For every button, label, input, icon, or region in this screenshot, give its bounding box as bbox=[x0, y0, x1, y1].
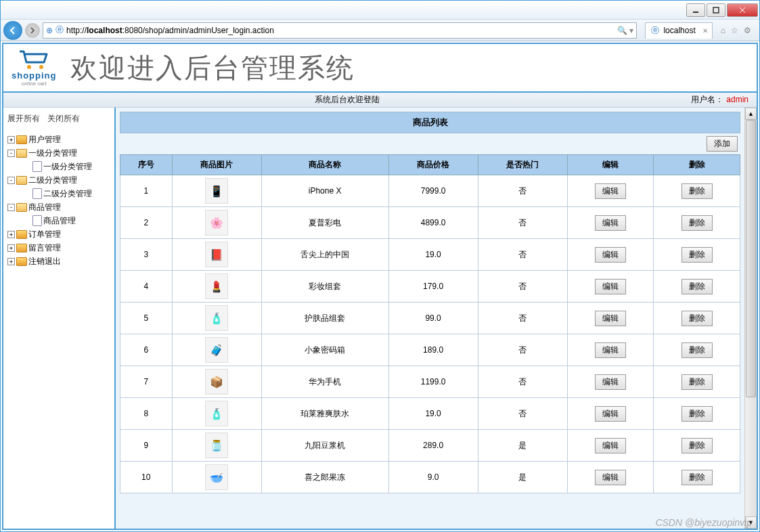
delete-button[interactable]: 删除 bbox=[681, 183, 713, 199]
tree-toggle[interactable]: + bbox=[7, 244, 15, 252]
cell-price: 19.0 bbox=[388, 239, 478, 271]
scroll-thumb[interactable] bbox=[746, 120, 756, 397]
cell-price: 4899.0 bbox=[388, 207, 478, 239]
cell-delete: 删除 bbox=[654, 334, 740, 366]
edit-button[interactable]: 编辑 bbox=[595, 470, 626, 485]
tree-toggle[interactable]: - bbox=[7, 150, 15, 157]
cell-delete: 删除 bbox=[654, 398, 740, 430]
favorites-icon[interactable]: ☆ bbox=[731, 26, 738, 35]
folder-closed-icon bbox=[16, 244, 27, 252]
cell-delete: 删除 bbox=[654, 366, 740, 398]
tree-toggle[interactable]: - bbox=[7, 204, 15, 211]
window-close-button[interactable] bbox=[727, 3, 758, 17]
delete-button[interactable]: 删除 bbox=[681, 215, 713, 231]
delete-button[interactable]: 删除 bbox=[681, 374, 713, 390]
edit-button[interactable]: 编辑 bbox=[595, 374, 626, 390]
nav-forward-button[interactable] bbox=[25, 23, 40, 38]
add-row: 添加 bbox=[120, 133, 740, 154]
tree-label: 订单管理 bbox=[28, 229, 61, 240]
tab-close-button[interactable]: ✕ bbox=[702, 27, 708, 35]
tree-label: 用户管理 bbox=[28, 134, 61, 146]
cell-delete: 删除 bbox=[654, 303, 740, 334]
page-icon bbox=[32, 161, 42, 172]
delete-button[interactable]: 删除 bbox=[681, 342, 713, 358]
product-thumb: 🧳 bbox=[205, 337, 228, 363]
browser-tab[interactable]: ⓔ localhost ✕ bbox=[645, 22, 712, 39]
edit-button[interactable]: 编辑 bbox=[595, 215, 626, 231]
tree-toggle[interactable]: + bbox=[7, 231, 15, 238]
folder-closed-icon bbox=[16, 135, 27, 144]
table-row: 9🫙九阳豆浆机289.0是编辑删除 bbox=[120, 430, 740, 462]
cell-no: 8 bbox=[120, 398, 173, 430]
delete-button[interactable]: 删除 bbox=[681, 470, 713, 485]
cell-price: 289.0 bbox=[388, 430, 478, 462]
window-minimize-button[interactable] bbox=[686, 3, 705, 17]
tree-node[interactable]: -一级分类管理 bbox=[6, 146, 112, 160]
tree-node[interactable]: +留言管理 bbox=[6, 241, 112, 254]
edit-button[interactable]: 编辑 bbox=[595, 183, 626, 199]
tree-node[interactable]: -商品管理 bbox=[6, 200, 112, 214]
address-bar[interactable]: ⊕ ⓔ http://localhost:8080/shop/admin/adm… bbox=[43, 22, 637, 39]
tree-toggle[interactable]: + bbox=[7, 136, 15, 143]
cell-hot: 否 bbox=[478, 398, 567, 430]
scroll-track[interactable] bbox=[745, 120, 757, 516]
cell-delete: 删除 bbox=[654, 239, 740, 271]
tree-label: 一级分类管理 bbox=[28, 148, 77, 159]
scroll-down-button[interactable]: ▼ bbox=[745, 516, 757, 529]
cell-hot: 是 bbox=[478, 430, 567, 462]
table-wrap: 商品列表 添加 序号商品图片商品名称商品价格是否热门编辑删除 1📱iPhone … bbox=[116, 108, 744, 529]
column-header: 商品图片 bbox=[172, 155, 261, 175]
cell-name: iPhone X bbox=[261, 175, 388, 207]
page-icon bbox=[32, 188, 42, 199]
edit-button[interactable]: 编辑 bbox=[595, 342, 626, 358]
tree-node[interactable]: +用户管理 bbox=[6, 133, 112, 146]
tree-node[interactable]: 商品管理 bbox=[6, 214, 112, 227]
edit-button[interactable]: 编辑 bbox=[595, 406, 626, 422]
delete-button[interactable]: 删除 bbox=[681, 311, 713, 326]
tab-title: localhost bbox=[663, 26, 695, 35]
product-thumb: 📕 bbox=[205, 242, 228, 267]
add-button[interactable]: 添加 bbox=[707, 136, 738, 152]
search-area[interactable]: 🔍 ▾ bbox=[617, 26, 633, 35]
vertical-scrollbar[interactable]: ▲ ▼ bbox=[744, 108, 757, 529]
window-maximize-button[interactable] bbox=[707, 3, 725, 17]
tree-toggle[interactable]: + bbox=[7, 258, 15, 265]
cell-name: 华为手机 bbox=[261, 366, 388, 398]
column-header: 删除 bbox=[654, 155, 740, 175]
cell-name: 舌尖上的中国 bbox=[261, 239, 388, 271]
url-text: http://localhost:8080/shop/admin/adminUs… bbox=[66, 26, 614, 35]
delete-button[interactable]: 删除 bbox=[681, 279, 713, 294]
delete-button[interactable]: 删除 bbox=[681, 438, 713, 453]
tree-node[interactable]: +订单管理 bbox=[6, 227, 112, 241]
cell-hot: 否 bbox=[478, 207, 567, 239]
expand-all-link[interactable]: 展开所有 bbox=[7, 114, 40, 123]
logo-text-1: shopping bbox=[12, 70, 57, 81]
product-thumb: 🧴 bbox=[205, 305, 228, 331]
tree-node[interactable]: 一级分类管理 bbox=[6, 160, 112, 173]
tree-node[interactable]: 二级分类管理 bbox=[6, 187, 112, 200]
cell-edit: 编辑 bbox=[567, 303, 654, 334]
cell-image: 🧳 bbox=[172, 334, 261, 366]
tree-toggle[interactable]: - bbox=[7, 177, 15, 184]
delete-button[interactable]: 删除 bbox=[681, 247, 713, 263]
collapse-all-link[interactable]: 关闭所有 bbox=[47, 114, 80, 123]
edit-button[interactable]: 编辑 bbox=[595, 438, 626, 453]
tools-icon[interactable]: ⚙ bbox=[744, 26, 751, 35]
cell-delete: 删除 bbox=[654, 430, 740, 462]
table-row: 5🧴护肤品组套99.0否编辑删除 bbox=[120, 303, 740, 334]
edit-button[interactable]: 编辑 bbox=[595, 279, 626, 294]
edit-button[interactable]: 编辑 bbox=[595, 311, 626, 326]
cell-delete: 删除 bbox=[654, 175, 740, 207]
table-row: 4💄彩妆组套179.0否编辑删除 bbox=[120, 271, 740, 303]
scroll-up-button[interactable]: ▲ bbox=[745, 108, 757, 120]
tree-node[interactable]: -二级分类管理 bbox=[6, 173, 112, 187]
edit-button[interactable]: 编辑 bbox=[595, 247, 626, 263]
status-user: 用户名：admin bbox=[691, 94, 757, 106]
home-icon[interactable]: ⌂ bbox=[721, 26, 725, 35]
nav-back-button[interactable] bbox=[3, 21, 22, 40]
tree-node[interactable]: +注销退出 bbox=[6, 254, 112, 268]
cell-price: 1199.0 bbox=[388, 366, 478, 398]
folder-closed-icon bbox=[16, 230, 27, 239]
product-thumb: 💄 bbox=[205, 273, 228, 299]
delete-button[interactable]: 删除 bbox=[681, 406, 713, 422]
